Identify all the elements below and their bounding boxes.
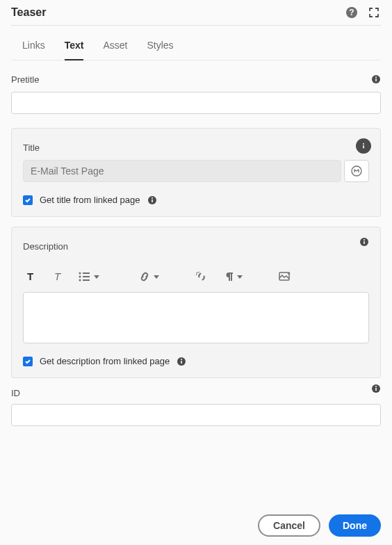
svg-rect-24 [181, 361, 182, 364]
svg-point-10 [152, 197, 153, 199]
bold-button[interactable]: T [26, 268, 37, 285]
cancel-button[interactable]: Cancel [258, 514, 320, 537]
get-title-checkbox[interactable] [23, 195, 33, 205]
svg-point-4 [375, 76, 377, 78]
svg-rect-19 [83, 276, 90, 277]
pretitle-label: Pretitle [11, 74, 39, 85]
svg-point-28 [375, 386, 377, 387]
svg-point-25 [181, 359, 182, 360]
content-area: Pretitle Title G [0, 60, 392, 451]
rte-toolbar: T T [23, 263, 369, 291]
chevron-down-icon [94, 275, 99, 279]
italic-button[interactable]: T [52, 268, 63, 285]
svg-text:?: ? [349, 8, 354, 17]
get-description-checkbox[interactable] [23, 357, 33, 366]
pretitle-label-row: Pretitle [11, 74, 381, 92]
help-icon[interactable]: ? [345, 6, 359, 19]
link-button[interactable] [138, 268, 159, 285]
paragraph-format-button[interactable] [223, 268, 243, 285]
info-icon[interactable] [356, 138, 371, 154]
svg-point-6 [363, 143, 364, 145]
svg-text:T: T [54, 271, 62, 282]
title-checkbox-row: Get title from linked page [23, 195, 369, 205]
fullscreen-icon[interactable] [367, 6, 381, 19]
unlink-button[interactable] [195, 268, 208, 285]
tab-text[interactable]: Text [65, 40, 84, 60]
svg-rect-3 [375, 79, 377, 81]
campaign-picker-button[interactable] [344, 160, 369, 182]
svg-point-16 [79, 272, 81, 275]
title-panel: Title Get title from linked page [11, 128, 381, 217]
info-icon[interactable] [147, 195, 157, 205]
dialog-title: Teaser [11, 6, 46, 19]
svg-text:T: T [27, 271, 33, 282]
title-input [23, 160, 341, 182]
svg-point-20 [79, 279, 81, 282]
get-description-checkbox-label: Get description from linked page [40, 356, 170, 366]
id-section: ID [11, 388, 381, 426]
header-divider [11, 25, 381, 26]
pretitle-section: Pretitle [11, 74, 381, 114]
description-label-row: Description [23, 241, 369, 259]
id-label: ID [11, 388, 20, 398]
svg-rect-12 [364, 241, 365, 244]
svg-point-13 [364, 239, 365, 241]
image-button[interactable] [279, 268, 291, 285]
tabs: Links Text Asset Styles [11, 40, 381, 60]
get-title-checkbox-label: Get title from linked page [40, 195, 140, 205]
title-label: Title [23, 143, 40, 153]
svg-rect-9 [152, 200, 153, 202]
info-icon[interactable] [371, 74, 381, 84]
svg-rect-5 [363, 145, 364, 148]
info-icon[interactable] [371, 384, 381, 393]
pretitle-input[interactable] [11, 92, 381, 114]
svg-point-18 [79, 276, 81, 278]
tab-styles[interactable]: Styles [147, 40, 173, 60]
dialog-footer: Cancel Done [258, 514, 381, 537]
svg-rect-27 [375, 388, 377, 391]
tab-links[interactable]: Links [22, 40, 45, 60]
title-input-group [23, 160, 369, 182]
description-editor[interactable] [23, 292, 369, 343]
chevron-down-icon [154, 275, 159, 279]
chevron-down-icon [237, 275, 243, 279]
id-label-row: ID [11, 388, 381, 398]
dialog-header: Teaser ? [0, 0, 392, 25]
list-button[interactable] [79, 268, 99, 285]
description-label: Description [23, 241, 68, 252]
description-panel: Description T T [11, 227, 381, 378]
svg-rect-21 [83, 279, 90, 281]
info-icon[interactable] [177, 357, 186, 366]
svg-rect-17 [83, 272, 90, 274]
description-checkbox-row: Get description from linked page [23, 356, 369, 366]
id-input[interactable] [11, 404, 381, 426]
tab-asset[interactable]: Asset [103, 40, 127, 60]
done-button[interactable]: Done [329, 514, 381, 537]
title-label-row: Title [23, 143, 369, 160]
info-icon[interactable] [359, 237, 369, 247]
header-actions: ? [345, 6, 381, 19]
